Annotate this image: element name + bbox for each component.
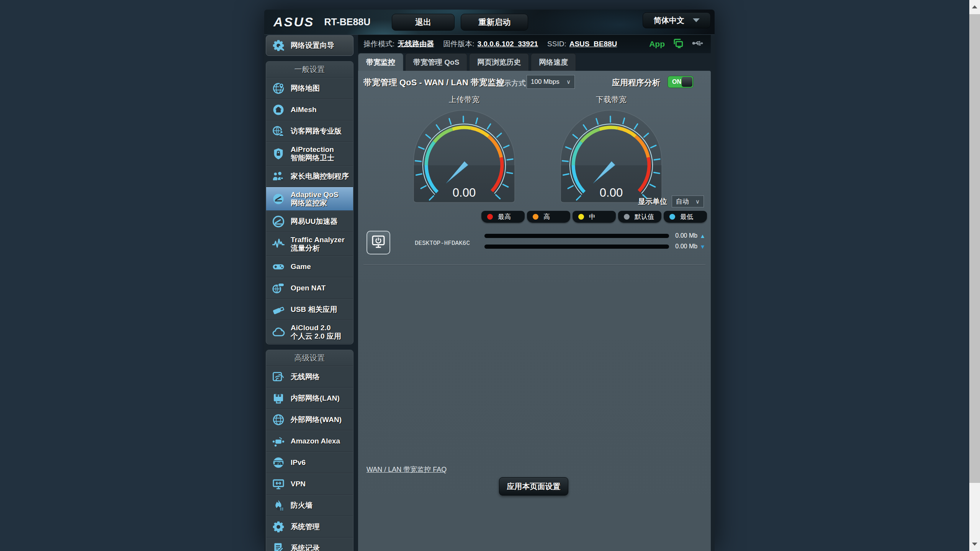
- download-gauge: 下载带宽 0.00: [558, 95, 665, 205]
- sidebar-item-open-nat[interactable]: Open NAT: [266, 277, 353, 299]
- sidebar-item-label: VPN: [291, 480, 306, 488]
- vertical-scrollbar[interactable]: [969, 0, 980, 551]
- lan-icon: [270, 392, 287, 405]
- sidebar-item-system-gear[interactable]: 系统管理: [266, 516, 353, 538]
- sidebar-item-label: 内部网络(LAN): [291, 394, 340, 403]
- sidebar-item-cloud[interactable]: AiCloud 2.0个人云 2.0 应用: [266, 320, 353, 344]
- language-dropdown[interactable]: 简体中文: [643, 12, 711, 28]
- sidebar-item-quick-setup[interactable]: 网络设置向导: [266, 35, 353, 56]
- sidebar-item-label: 网易UU加速器: [291, 217, 337, 226]
- download-gauge-title: 下载带宽: [596, 95, 627, 105]
- sidebar-item-gamepad[interactable]: Game: [266, 256, 353, 277]
- ssid-label: SSID:: [547, 40, 566, 48]
- sidebar-item-label: Amazon Alexa: [291, 437, 340, 445]
- sidebar-item-wan-globe[interactable]: 外部网络(WAN): [266, 409, 353, 430]
- svg-text:IPV6: IPV6: [275, 461, 282, 465]
- legend-pill-2[interactable]: 中: [573, 211, 616, 223]
- sidebar-item-lan[interactable]: 内部网络(LAN): [266, 388, 353, 409]
- legend-pill-0[interactable]: 最高: [481, 211, 525, 223]
- desktop-monitor-icon: [371, 234, 386, 251]
- tab-1[interactable]: 带宽管理 QoS: [405, 53, 467, 71]
- svg-text:0.00: 0.00: [600, 186, 623, 199]
- legend-color-dot: [533, 214, 538, 220]
- display-mode-select[interactable]: 100 Mbps ∨: [527, 75, 575, 89]
- reboot-button[interactable]: 重新启动: [461, 14, 528, 31]
- tab-2[interactable]: 网页浏览历史: [469, 53, 529, 71]
- tab-3[interactable]: 网络速度: [531, 53, 576, 71]
- cloud-icon: [270, 326, 287, 339]
- chevron-down-icon: [693, 18, 700, 22]
- sidebar-item-vpn[interactable]: VPN: [266, 473, 353, 495]
- operation-mode-label: 操作模式:: [363, 39, 394, 49]
- legend-color-dot: [578, 214, 584, 220]
- scroll-up-icon: [972, 5, 977, 8]
- firmware-version-link[interactable]: 3.0.0.6.102_33921: [478, 40, 538, 48]
- faq-link[interactable]: WAN / LAN 带宽监控 FAQ: [366, 465, 447, 474]
- legend-label: 高: [543, 212, 550, 221]
- sidebar-item-firewall[interactable]: 防火墙: [266, 495, 353, 516]
- app-link[interactable]: App: [649, 39, 665, 49]
- shield-icon: [270, 147, 287, 160]
- device-icon-button[interactable]: [366, 231, 390, 254]
- accelerator-icon: [270, 215, 287, 228]
- sidebar-item-aimesh[interactable]: AiMesh: [266, 99, 353, 121]
- operation-mode-link[interactable]: 无线路由器: [398, 39, 434, 49]
- alexa-icon: [270, 435, 287, 448]
- wan-globe-icon: [270, 413, 287, 426]
- page-title: 带宽管理 QoS - WAN / LAN 带宽监控: [363, 77, 504, 88]
- sidebar-item-shield[interactable]: AiProtection智能网络卫士: [266, 142, 353, 166]
- sidebar-item-system-log[interactable]: 系统记录: [266, 538, 353, 551]
- firewall-icon: [270, 499, 287, 512]
- app-analysis-label: 应用程序分析: [612, 77, 660, 88]
- device-upload-value: 0.00 Mb▲: [675, 232, 705, 239]
- sidebar-item-traffic-wave[interactable]: Traffic Analyzer流量分析: [266, 232, 353, 256]
- scrollbar-up-button[interactable]: [969, 0, 980, 14]
- system-log-icon: [270, 542, 287, 551]
- logout-button[interactable]: 退出: [392, 14, 455, 31]
- sidebar-item-label: 外部网络(WAN): [291, 416, 342, 424]
- display-unit-label: 显示单位: [638, 197, 667, 207]
- sidebar-item-ipv6[interactable]: IPV6IPv6: [266, 452, 353, 473]
- sidebar-item-gauge[interactable]: Adaptive QoS网络监控家: [266, 187, 353, 211]
- scrollbar-thumb[interactable]: [969, 14, 980, 483]
- legend-pill-3[interactable]: 默认值: [618, 211, 661, 223]
- chevron-down-icon: ∨: [566, 78, 571, 85]
- asus-logo: ASUS: [273, 15, 314, 29]
- tab-0[interactable]: 带宽监控: [358, 53, 403, 71]
- connected-devices-icon[interactable]: [672, 37, 684, 51]
- sidebar-item-label: 访客网路专业版: [291, 127, 342, 135]
- chevron-down-icon: ∨: [695, 198, 700, 205]
- usb-share-icon[interactable]: [692, 37, 704, 51]
- download-gauge-dial: 0.00: [558, 107, 665, 205]
- sidebar-item-label: IPv6: [291, 458, 306, 467]
- legend-color-dot: [487, 214, 493, 220]
- app-analysis-toggle[interactable]: ON: [668, 76, 694, 88]
- download-arrow-icon: ▼: [700, 243, 705, 250]
- sidebar-item-alexa[interactable]: Amazon Alexa: [266, 430, 353, 452]
- sidebar-item-network-map[interactable]: 网络地图: [266, 78, 353, 99]
- sidebar-item-wifi[interactable]: 无线网络: [266, 366, 353, 388]
- legend-label: 默认值: [635, 212, 654, 221]
- upload-gauge-title: 上传带宽: [449, 95, 479, 105]
- ssid-link[interactable]: ASUS_BE88U: [569, 40, 617, 48]
- gauge-icon: [270, 192, 287, 205]
- apply-button[interactable]: 应用本页面设置: [499, 477, 568, 496]
- device-list-separator: [363, 264, 705, 265]
- legend-pill-1[interactable]: 高: [527, 211, 570, 223]
- guest-network-icon: [270, 125, 287, 138]
- scrollbar-down-button[interactable]: [969, 537, 980, 551]
- legend-pill-4[interactable]: 最低: [664, 211, 707, 223]
- legend-label: 最低: [680, 212, 693, 221]
- download-bar: [484, 245, 669, 249]
- sidebar-item-accelerator[interactable]: 网易UU加速器: [266, 211, 353, 232]
- device-row: DESKTOP-HFDAK6C0.00 Mb▲0.00 Mb▼: [366, 231, 705, 258]
- toggle-state-label: ON: [672, 78, 681, 85]
- legend-label: 最高: [498, 212, 511, 221]
- sidebar-item-label: 系统记录: [291, 544, 320, 551]
- sidebar-item-guest-network[interactable]: 访客网路专业版: [266, 121, 353, 142]
- display-unit-select[interactable]: 自动 ∨: [672, 196, 704, 207]
- legend-color-dot: [669, 214, 675, 220]
- sidebar-item-usb[interactable]: USB 相关应用: [266, 299, 353, 320]
- sidebar-section-title: 一般设置: [266, 62, 353, 78]
- sidebar-item-parental-control[interactable]: 家长电脑控制程序: [266, 166, 353, 187]
